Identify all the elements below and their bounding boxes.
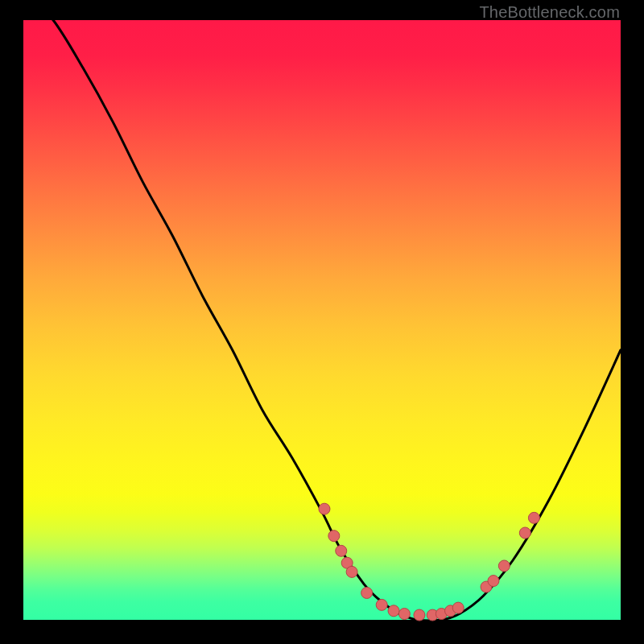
data-point xyxy=(336,545,347,556)
bottleneck-curve xyxy=(23,0,621,621)
data-point xyxy=(346,566,357,577)
data-point xyxy=(376,599,387,610)
data-points-group xyxy=(319,503,539,621)
data-point xyxy=(398,609,410,620)
data-point xyxy=(519,527,530,539)
watermark-text: TheBottleneck.com xyxy=(479,3,620,22)
data-point xyxy=(452,602,464,613)
data-point xyxy=(361,587,373,598)
data-point xyxy=(488,576,499,587)
data-point xyxy=(319,503,330,514)
data-point xyxy=(528,512,539,523)
chart-overlay xyxy=(23,20,621,620)
data-point xyxy=(414,609,425,621)
data-point xyxy=(498,560,510,572)
data-point xyxy=(328,530,340,542)
chart-frame xyxy=(23,20,621,620)
data-point xyxy=(388,605,399,617)
